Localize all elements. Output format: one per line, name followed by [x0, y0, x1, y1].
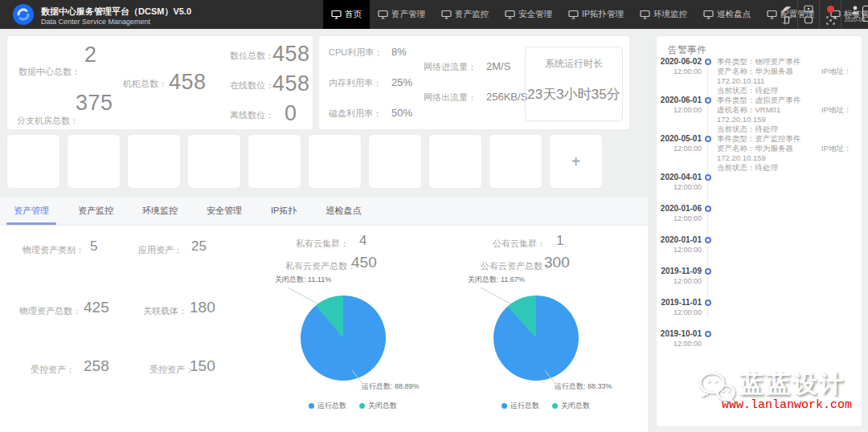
record-icon[interactable] — [825, 5, 835, 14]
legend-item-closed[interactable]: 关闭总数 — [552, 401, 590, 411]
legend-item-running[interactable]: 运行总数 — [309, 401, 346, 411]
stat-netin-value: 2M/S — [486, 60, 510, 72]
alert-item[interactable]: 2019-10-0112:00:00 — [657, 329, 862, 361]
alert-item[interactable]: 2020-01-0612:00:00 — [657, 204, 862, 235]
nav-item-security[interactable]: 安全管理 — [497, 0, 560, 29]
uptime-label: 系统运行时长 — [526, 57, 622, 71]
private-cluster-value: 4 — [359, 233, 366, 249]
pie-chart-public — [493, 295, 579, 381]
uptime-box: 系统运行时长 23天3小时35分 — [525, 47, 623, 121]
alert-type: 资产监控事件 — [755, 134, 801, 143]
stat-mem-label: 内存利用率： — [329, 77, 382, 89]
timeline-node-icon — [705, 204, 717, 235]
stat-offline-value: 0 — [285, 101, 297, 126]
alert-item[interactable]: 2020-04-0112:00:00 — [657, 173, 862, 204]
legend-public: 运行总数 关闭总数 — [502, 401, 590, 411]
tab-inspection[interactable]: 巡检盘点 — [318, 197, 368, 225]
alert-ip: 172.20.10.159 — [717, 153, 766, 162]
alert-item[interactable]: 2020-01-0112:00:00 — [657, 235, 862, 267]
monitor-icon — [703, 10, 714, 19]
monitor-icon — [568, 10, 579, 19]
alert-details: 事件类型：虚拟资产事件 虚机名称：VRM01IP地址：172.20.10.159… — [717, 96, 862, 134]
screen-icon[interactable] — [804, 5, 813, 14]
legend-dot-closed-icon — [552, 403, 558, 409]
widget-card-empty — [248, 134, 301, 189]
tab-security[interactable]: 安全管理 — [199, 197, 249, 225]
alert-time: 12:00:00 — [657, 67, 702, 77]
stat-cabinet-label: 机柜总数： — [123, 78, 167, 90]
stat-disk-value: 50% — [391, 107, 412, 119]
alert-name: 华为服务器 — [755, 67, 794, 75]
legend-item-running[interactable]: 运行总数 — [502, 401, 539, 411]
stat-offline-label: 离线数位： — [230, 109, 274, 121]
nav-item-asset-mgmt[interactable]: 资产管理 — [370, 0, 433, 29]
asset-category-label: 物理资产类别： — [23, 244, 84, 256]
asset-controlled2-value: 150 — [190, 357, 215, 375]
alert-time: 12:00:00 — [657, 308, 702, 318]
alert-details: 事件类型：物理资产事件 资产名称：华为服务器IP地址：172.20.10.111… — [717, 57, 862, 96]
tab-ip-topology[interactable]: IP拓扑 — [264, 197, 304, 225]
alert-date: 2019-10-01 — [657, 329, 702, 339]
tab-env-monitor[interactable]: 环境监控 — [135, 197, 185, 225]
timeline-node-icon — [705, 57, 717, 96]
scan-icon[interactable] — [825, 16, 835, 25]
logo-icon — [12, 3, 35, 29]
alert-type: 虚拟资产事件 — [755, 96, 801, 104]
watermark-url: www.lanlanwork.com — [722, 398, 852, 412]
alert-ip-label: IP地址： — [821, 67, 851, 75]
nav-item-ip-topology[interactable]: IP拓扑管理 — [560, 0, 632, 29]
monitor-icon — [640, 10, 650, 19]
nav-label: 资产监控 — [455, 9, 489, 20]
tab-asset-monitor[interactable]: 资产监控 — [71, 197, 121, 225]
nav-item-inspection[interactable]: 巡检盘点 — [695, 0, 759, 29]
app-subtitle: Data Center Service Management — [41, 17, 191, 26]
alert-item[interactable]: 2020-06-0112:00:00 事件类型：虚拟资产事件 虚机名称：VRM0… — [657, 96, 862, 134]
stat-branch-label: 分支机房总数： — [17, 115, 79, 127]
alert-item[interactable]: 2020-06-0212:00:00 事件类型：物理资产事件 资产名称：华为服务… — [657, 57, 862, 96]
stat-mem-value: 25% — [391, 76, 412, 88]
asset-controlled2-label: 受控资产： — [149, 364, 194, 376]
stat-cpu-value: 8% — [391, 46, 407, 58]
alert-date: 2020-06-02 — [657, 57, 702, 67]
stat-slot-label: 数位总数： — [230, 50, 274, 62]
legend-label: 关闭总数 — [561, 401, 590, 411]
stat-online-label: 在线数位： — [230, 79, 274, 92]
monitor-icon — [505, 10, 515, 19]
tablet-icon[interactable] — [804, 16, 813, 25]
alert-date: 2020-06-01 — [657, 96, 702, 105]
widgets-row: + — [6, 134, 603, 189]
alert-status-label: 当前状态： — [717, 86, 755, 95]
alert-panel-title: 告警事件 — [668, 43, 706, 57]
legend-item-closed[interactable]: 关闭总数 — [359, 401, 397, 411]
alert-name-label: 虚机名称： — [717, 105, 755, 114]
watermark: 蓝蓝设计 www.lanlanwork.com — [698, 363, 868, 429]
nav-item-env-monitor[interactable]: 环境监控 — [632, 0, 695, 29]
private-cluster-label: 私有云集群： — [296, 238, 349, 250]
content-card: 资产管理 资产监控 环境监控 安全管理 IP拓扑 巡检盘点 物理资产类别： 5 … — [0, 197, 648, 432]
user-icon[interactable] — [850, 6, 860, 14]
legend-dot-closed-icon — [359, 403, 365, 409]
tab-asset-mgmt[interactable]: 资产管理 — [6, 197, 56, 225]
asset-controlled1-value: 258 — [84, 357, 109, 375]
plus-icon: + — [571, 153, 581, 171]
alert-item[interactable]: 2020-05-0112:00:00 事件类型：资产监控事件 资产名称：华为服务… — [657, 134, 862, 173]
stat-netin-label: 网络进流量： — [424, 61, 477, 73]
alert-item[interactable]: 2019-11-0912:00:00 — [657, 267, 862, 298]
asset-physical-label: 物理资产总数： — [19, 305, 81, 317]
stat-slot-value: 458 — [272, 42, 310, 67]
nav-item-asset-monitor[interactable]: 资产监控 — [433, 0, 497, 29]
alert-date: 2020-01-01 — [657, 235, 702, 245]
rotate-phone-icon[interactable] — [782, 16, 792, 25]
nav-label: 巡检盘点 — [717, 9, 751, 20]
add-widget-card[interactable]: + — [549, 134, 603, 189]
stat-netout-value: 256KB/S — [486, 91, 527, 103]
uptime-value: 23天3小时35分 — [526, 85, 622, 104]
alert-item[interactable]: 2019-11-0112:00:00 — [657, 298, 862, 329]
nav-item-home[interactable]: 首页 — [323, 0, 370, 29]
alert-ip: 172.20.10.111 — [717, 76, 764, 85]
private-total-value: 450 — [351, 254, 377, 271]
wing-icon[interactable] — [782, 5, 792, 14]
alert-date: 2020-01-06 — [657, 204, 702, 214]
nav-label: 资产管理 — [391, 9, 425, 20]
alert-type-label: 事件类型： — [717, 134, 755, 143]
